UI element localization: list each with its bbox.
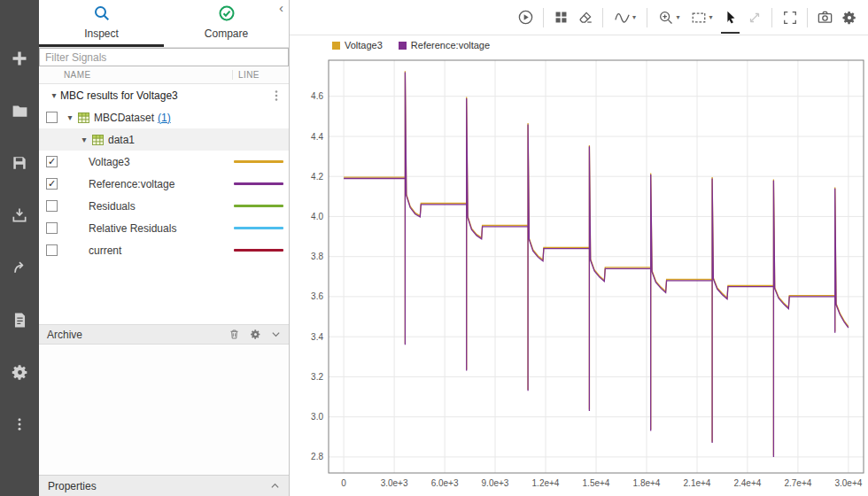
legend-label: Voltage3: [345, 40, 383, 50]
svg-text:1.2e+4: 1.2e+4: [532, 478, 560, 488]
group-menu-icon[interactable]: [271, 89, 282, 102]
legend-swatch: [399, 42, 407, 50]
maximize-button[interactable]: [778, 0, 802, 35]
more-options-icon[interactable]: [9, 414, 30, 435]
legend-item-reference-voltage[interactable]: Reference:voltage: [399, 40, 490, 50]
svg-text:6.0e+3: 6.0e+3: [431, 478, 459, 488]
save-icon[interactable]: [9, 152, 30, 174]
clear-plots-eraser-icon[interactable]: [573, 0, 597, 35]
svg-text:3.4: 3.4: [311, 332, 323, 342]
archive-label: Archive: [47, 329, 82, 341]
svg-text:2.1e+4: 2.1e+4: [684, 478, 711, 488]
toolbar-separator: [602, 8, 603, 27]
svg-text:9.0e+3: 9.0e+3: [482, 478, 509, 488]
properties-label: Properties: [48, 480, 97, 492]
legend-item-voltage3[interactable]: Voltage3: [332, 40, 383, 50]
data1-row[interactable]: ▾ data1: [39, 128, 289, 151]
plot-area: ▾ ▾ ▾ Voltage3: [290, 0, 868, 496]
panel-spacer: [39, 261, 289, 324]
open-folder-icon[interactable]: [9, 100, 30, 121]
fit-to-view-button[interactable]: ▾: [686, 0, 718, 35]
svg-text:1.5e+4: 1.5e+4: [583, 478, 610, 488]
signal-plot[interactable]: 03.0e+36.0e+39.0e+31.2e+41.5e+41.8e+42.1…: [290, 55, 868, 496]
archive-empty-area: [39, 345, 289, 475]
run-compare-button[interactable]: [514, 0, 538, 35]
svg-text:3.2: 3.2: [311, 372, 323, 382]
chevron-down-icon: ▾: [709, 13, 712, 21]
dataset-label: MBCDataset: [94, 112, 154, 124]
signal-checkbox[interactable]: [46, 178, 58, 190]
panel-tabs: Inspect Compare: [39, 0, 289, 48]
signal-line-swatch: [234, 249, 283, 252]
filter-signals-input[interactable]: [39, 48, 289, 66]
archive-settings-gear-icon[interactable]: [250, 329, 261, 340]
signal-line-swatch: [234, 160, 283, 163]
chart-container[interactable]: 03.0e+36.0e+39.0e+31.2e+41.5e+41.8e+42.1…: [290, 55, 868, 496]
plot-toolbar: ▾ ▾ ▾: [290, 0, 868, 35]
signal-line-swatch: [234, 227, 283, 229]
zoom-in-button[interactable]: ▾: [653, 0, 686, 35]
chevron-down-icon[interactable]: [271, 329, 281, 339]
svg-text:3.8: 3.8: [311, 252, 323, 261]
tab-compare[interactable]: Compare: [164, 0, 289, 47]
signal-label: current: [89, 244, 121, 257]
archive-bar[interactable]: Archive: [39, 324, 289, 345]
select-cursor-button[interactable]: [718, 0, 742, 35]
search-icon: [93, 4, 111, 25]
dataset-icon: [92, 135, 104, 145]
signal-row-relative-residuals[interactable]: Relative Residuals: [39, 217, 289, 239]
chevron-down-icon: ▾: [632, 13, 636, 21]
legend-label: Reference:voltage: [411, 40, 490, 50]
signal-label: Residuals: [89, 200, 136, 213]
subplot-layout-button[interactable]: [549, 0, 573, 35]
signal-label: Voltage3: [89, 156, 130, 168]
export-icon[interactable]: [9, 257, 30, 278]
new-icon[interactable]: [9, 48, 30, 69]
toolbar-separator: [771, 8, 772, 27]
tab-inspect[interactable]: Inspect: [39, 0, 164, 47]
filter-row: [39, 48, 289, 66]
svg-text:0: 0: [341, 478, 346, 488]
tab-inspect-label: Inspect: [84, 27, 119, 40]
preferences-gear-icon[interactable]: [9, 361, 30, 383]
plot-settings-gear-icon[interactable]: [837, 0, 861, 35]
svg-text:4.0: 4.0: [311, 212, 323, 221]
dataset-checkbox[interactable]: [46, 112, 58, 123]
chevron-up-icon[interactable]: [270, 481, 280, 491]
create-report-icon[interactable]: [9, 309, 30, 330]
signal-checkbox[interactable]: [46, 200, 58, 212]
snapshot-camera-icon[interactable]: [813, 0, 837, 35]
chevron-down-icon: ▾: [676, 13, 679, 21]
run-group-row[interactable]: ▾ MBC results for Voltage3: [39, 84, 289, 106]
svg-text:4.4: 4.4: [311, 132, 323, 142]
dataset-count-link[interactable]: (1): [158, 112, 171, 124]
collapse-caret-icon[interactable]: ▾: [78, 135, 90, 144]
signal-label: Reference:voltage: [89, 178, 174, 190]
signal-trace-button[interactable]: ▾: [608, 0, 641, 35]
collapse-caret-icon[interactable]: ▾: [48, 90, 60, 100]
svg-text:3.6: 3.6: [311, 291, 323, 301]
import-icon[interactable]: [9, 205, 30, 226]
trash-icon[interactable]: [229, 329, 240, 340]
signal-label: Relative Residuals: [89, 222, 176, 235]
properties-bar[interactable]: Properties: [39, 475, 289, 496]
toolbar-separator: [543, 8, 544, 27]
dataset-row[interactable]: ▾ MBCDataset (1): [39, 106, 289, 128]
signal-checkbox[interactable]: [46, 156, 58, 167]
svg-text:4.2: 4.2: [311, 172, 323, 182]
toolbar-separator: [807, 8, 808, 27]
signal-row-residuals[interactable]: Residuals: [39, 195, 289, 217]
collapse-caret-icon[interactable]: ▾: [64, 112, 76, 122]
signal-row-voltage3[interactable]: Voltage3: [39, 151, 289, 173]
signal-checkbox[interactable]: [46, 222, 58, 234]
column-line: LINE: [232, 70, 289, 80]
signal-row-current[interactable]: current: [39, 239, 289, 261]
collapse-panel-icon[interactable]: ‹: [279, 2, 283, 14]
plot-legend: Voltage3 Reference:voltage: [290, 35, 868, 55]
signal-line-swatch: [234, 205, 283, 207]
svg-text:4.6: 4.6: [311, 91, 323, 101]
signal-checkbox[interactable]: [46, 244, 58, 256]
signal-row-reference-voltage[interactable]: Reference:voltage: [39, 173, 289, 195]
column-name: NAME: [39, 70, 91, 80]
legend-swatch: [332, 42, 340, 50]
